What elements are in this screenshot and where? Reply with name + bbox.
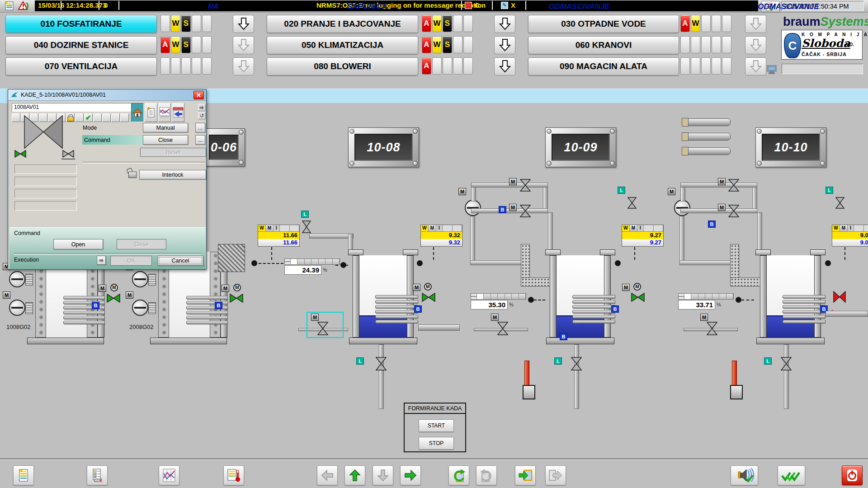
nav-030-arrow-button[interactable] [745,15,766,33]
nav-060-kranovi[interactable]: 060 KRANOVI [528,36,679,54]
valve-1010-low[interactable] [707,322,717,335]
valve-1009-low[interactable] [497,322,508,335]
fill-bar-1008[interactable]: 24.39% [284,258,340,275]
nav-030-otpadne-vode[interactable]: 030 OTPADNE VODE [528,15,679,33]
vent-valve-1010[interactable] [835,197,844,209]
pump-2008g02-a[interactable] [132,271,148,287]
nav-060-arrow-button[interactable] [745,36,766,54]
fill-bar-1009[interactable]: 35.30% [471,293,526,310]
kada-start-button[interactable]: START [419,419,454,432]
level-indicator-0006[interactable]: WMI 11.66 11.66 [258,225,300,247]
pump-1008g02-a[interactable] [9,271,25,287]
dialog-titlebar[interactable]: KADE_5-10/1008AV01/1008AV01 [8,89,206,101]
fill-bar-1010[interactable]: 33.71% [678,293,734,310]
mode-more-button[interactable]: ... [195,123,205,132]
mode-value-button[interactable]: Manual [143,123,188,132]
exit-picture-button[interactable] [545,465,566,485]
pin-button[interactable] [198,104,206,111]
coil-valve-1009[interactable] [631,293,645,302]
report-button[interactable] [87,465,108,485]
acknowledge-all-button[interactable] [778,465,805,485]
tool-cell[interactable] [12,113,20,122]
valve-open-1008[interactable] [107,294,120,303]
kada-stop-button[interactable]: STOP [419,437,454,450]
undo-picture-button[interactable] [448,465,469,485]
nav-090-magacin-alata[interactable]: 090 MAGACIN ALATA [528,57,679,75]
nav-back-button[interactable] [317,465,338,485]
pump-1008g02-b[interactable] [9,300,25,316]
nav-forward-button[interactable] [400,465,421,485]
ok-button[interactable]: OK [110,256,152,266]
pump-2008g02-b[interactable] [132,300,148,316]
tank-display-1009[interactable]: 10-09 [545,127,616,167]
valve-1010-top[interactable] [728,179,739,192]
nav-070-arrow-button[interactable] [233,57,254,75]
nav-up-button[interactable] [344,465,365,485]
tank-display-1006[interactable]: 0-06 [203,128,245,166]
exec-pin-button[interactable] [97,256,106,265]
level-indicator-1009[interactable]: WMI 9.27 9.27 [622,225,664,247]
level-indicator-1010[interactable]: WMI 9.04 9.04 [832,225,868,247]
ack-button[interactable]: ✔ [84,113,93,122]
nav-050-arrow-button[interactable] [494,36,515,54]
alarm-list-button[interactable] [13,465,34,485]
tank-display-1008[interactable]: 10-08 [348,127,419,167]
exit-runtime-button[interactable] [842,465,863,485]
valve-open-2008[interactable] [230,294,243,303]
redo-picture-button[interactable] [476,465,497,485]
trend-button[interactable] [159,465,179,485]
vent-valve-1009[interactable] [627,197,637,209]
pump-1009[interactable] [465,200,481,216]
lock-button[interactable] [66,113,75,122]
nav-020-pranje[interactable]: 020 PRANJE I BAJCOVANJE [267,15,418,33]
monitor-icon[interactable] [767,65,777,74]
enter-picture-button[interactable] [515,465,536,485]
coil-valve-1010-closed[interactable] [833,291,846,303]
horn-acknowledge-button[interactable] [731,465,758,485]
home-view-button[interactable] [131,103,144,122]
nav-010-arrow-button[interactable] [233,15,254,33]
valve-1008av01[interactable] [317,322,328,335]
temperature-button[interactable] [223,465,244,485]
tool-cell[interactable] [102,113,111,122]
valve-1010-mid[interactable] [728,205,739,217]
nav-040-arrow-button[interactable] [233,36,254,54]
drain-valve-1010[interactable] [781,357,792,371]
nav-040-dozirne-stanice[interactable]: 040 DOZIRNE STANICE [5,36,157,54]
command-value-button[interactable]: Close [143,135,188,145]
coil-valve-1008[interactable] [422,293,435,302]
nav-down-button[interactable] [373,465,393,485]
nav-080-arrow-button[interactable] [494,57,515,75]
nav-080-bloweri[interactable]: 080 BLOWERI [267,57,418,75]
dialog-close-button[interactable] [193,91,204,99]
inlet-valve-1008[interactable] [302,221,311,233]
alarm-ack-icon[interactable] [18,1,30,11]
trend-view-button[interactable] [158,103,171,122]
drain-valve-1008[interactable] [376,357,387,371]
report-view-button[interactable] [145,103,157,122]
restore-button[interactable]: ↺ [198,112,206,119]
reset-button[interactable]: Reset [140,148,206,157]
tank-display-1010[interactable]: 10-10 [755,127,826,167]
cancel-button[interactable]: Cancel [157,256,203,266]
faceplate-nav-button[interactable] [172,103,184,122]
command-more-button[interactable]: ... [195,135,205,145]
tool-cell[interactable] [120,113,129,122]
nav-050-klimatizacija[interactable]: 050 KLIMATIZACIJA [267,36,418,54]
drain-valve-1009[interactable] [571,357,582,371]
picture-list-icon[interactable] [4,1,14,11]
tool-cell[interactable] [111,113,120,122]
tool-cell[interactable] [75,113,84,122]
nav-020-arrow-button[interactable] [494,15,515,33]
nav-090-arrow-button[interactable] [745,57,766,75]
level-indicator-1008[interactable]: WMI 9.32 9.32 [420,225,462,247]
close-button[interactable]: Close [117,239,166,249]
open-button[interactable]: Open [53,239,103,249]
valve-1009-top[interactable] [520,179,531,192]
nav-070-ventilacija[interactable]: 070 VENTILACIJA [5,57,157,75]
pump-1010[interactable] [674,200,690,216]
tag-field[interactable]: 1008AV01 [12,103,132,112]
tool-cell[interactable] [93,113,102,122]
valve-1009-mid[interactable] [520,205,531,217]
interlock-button[interactable]: Interlock [139,170,206,179]
